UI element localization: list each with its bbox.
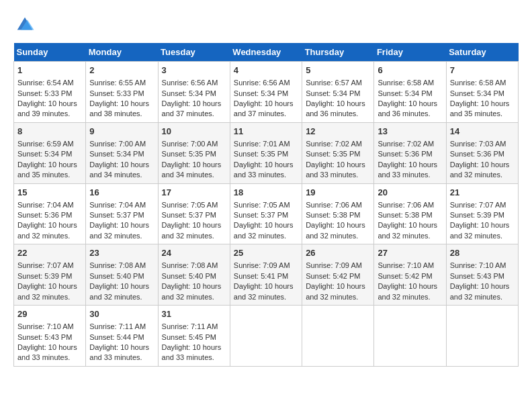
calendar-cell: 15Sunrise: 7:04 AMSunset: 5:36 PMDayligh… — [14, 183, 86, 244]
sunrise: Sunrise: 7:06 AM — [306, 201, 362, 209]
day-number: 13 — [378, 126, 442, 138]
day-number: 26 — [306, 247, 370, 259]
sunrise: Sunrise: 7:00 AM — [89, 140, 146, 148]
sunrise: Sunrise: 6:58 AM — [450, 79, 506, 87]
sunset: Sunset: 5:35 PM — [162, 150, 216, 158]
sunset: Sunset: 5:34 PM — [378, 89, 432, 97]
day-number: 28 — [450, 247, 515, 259]
sunrise: Sunrise: 7:10 AM — [450, 261, 506, 269]
daylight: Daylight: 10 hours and 32 minutes. — [17, 282, 77, 300]
sunset: Sunset: 5:34 PM — [17, 150, 72, 158]
sunset: Sunset: 5:39 PM — [17, 272, 72, 280]
calendar-week-row: 22Sunrise: 7:07 AMSunset: 5:39 PMDayligh… — [14, 244, 519, 306]
daylight: Daylight: 10 hours and 33 minutes. — [89, 343, 149, 361]
sunset: Sunset: 5:40 PM — [89, 272, 144, 280]
daylight: Daylight: 10 hours and 32 minutes. — [89, 221, 149, 239]
day-number: 18 — [234, 187, 298, 199]
daylight: Daylight: 10 hours and 37 minutes. — [162, 99, 222, 118]
sunset: Sunset: 5:43 PM — [450, 272, 504, 280]
day-header-monday: Monday — [86, 43, 158, 62]
sunset: Sunset: 5:37 PM — [234, 211, 288, 219]
sunrise: Sunrise: 6:57 AM — [306, 79, 362, 87]
daylight: Daylight: 10 hours and 37 minutes. — [234, 99, 294, 118]
sunrise: Sunrise: 6:54 AM — [17, 79, 74, 87]
sunset: Sunset: 5:34 PM — [306, 89, 360, 97]
day-header-tuesday: Tuesday — [158, 43, 230, 62]
calendar-cell: 28Sunrise: 7:10 AMSunset: 5:43 PMDayligh… — [446, 244, 518, 306]
day-header-saturday: Saturday — [446, 43, 518, 62]
daylight: Daylight: 10 hours and 32 minutes. — [234, 282, 294, 300]
calendar-cell: 17Sunrise: 7:05 AMSunset: 5:37 PMDayligh… — [158, 183, 230, 244]
sunrise: Sunrise: 7:02 AM — [378, 140, 434, 148]
sunrise: Sunrise: 7:03 AM — [450, 140, 506, 148]
logo-icon — [15, 13, 35, 34]
day-header-sunday: Sunday — [14, 43, 86, 62]
calendar-cell: 2Sunrise: 6:55 AMSunset: 5:33 PMDaylight… — [86, 62, 158, 123]
daylight: Daylight: 10 hours and 32 minutes. — [89, 282, 149, 300]
daylight: Daylight: 10 hours and 34 minutes. — [89, 161, 149, 179]
sunset: Sunset: 5:33 PM — [17, 89, 72, 97]
logo — [13, 13, 35, 36]
daylight: Daylight: 10 hours and 32 minutes. — [306, 221, 365, 239]
daylight: Daylight: 10 hours and 33 minutes. — [234, 161, 294, 179]
sunset: Sunset: 5:34 PM — [450, 89, 504, 97]
calendar-cell: 1Sunrise: 6:54 AMSunset: 5:33 PMDaylight… — [14, 62, 86, 123]
sunset: Sunset: 5:45 PM — [162, 333, 216, 341]
calendar-cell: 27Sunrise: 7:10 AMSunset: 5:42 PMDayligh… — [374, 244, 446, 306]
daylight: Daylight: 10 hours and 32 minutes. — [162, 282, 222, 300]
calendar-cell: 19Sunrise: 7:06 AMSunset: 5:38 PMDayligh… — [302, 183, 374, 244]
day-number: 10 — [162, 126, 226, 138]
sunrise: Sunrise: 7:04 AM — [17, 201, 74, 209]
sunrise: Sunrise: 6:55 AM — [89, 79, 146, 87]
day-number: 1 — [17, 64, 82, 77]
calendar-cell: 21Sunrise: 7:07 AMSunset: 5:39 PMDayligh… — [446, 183, 518, 244]
sunrise: Sunrise: 7:05 AM — [162, 201, 218, 209]
day-number: 7 — [450, 64, 515, 77]
daylight: Daylight: 10 hours and 38 minutes. — [89, 99, 149, 118]
sunset: Sunset: 5:42 PM — [306, 272, 360, 280]
sunset: Sunset: 5:34 PM — [234, 89, 288, 97]
calendar-cell: 26Sunrise: 7:09 AMSunset: 5:42 PMDayligh… — [302, 244, 374, 306]
sunrise: Sunrise: 7:06 AM — [378, 201, 434, 209]
sunrise: Sunrise: 7:00 AM — [162, 140, 218, 148]
calendar-cell: 29Sunrise: 7:10 AMSunset: 5:43 PMDayligh… — [14, 306, 86, 367]
sunset: Sunset: 5:44 PM — [89, 333, 144, 341]
sunrise: Sunrise: 7:04 AM — [89, 201, 146, 209]
sunrise: Sunrise: 7:09 AM — [234, 261, 290, 269]
page-header — [13, 13, 519, 36]
calendar-cell: 3Sunrise: 6:56 AMSunset: 5:34 PMDaylight… — [158, 62, 230, 123]
daylight: Daylight: 10 hours and 35 minutes. — [17, 161, 77, 179]
calendar-cell — [374, 306, 446, 367]
calendar-body: 1Sunrise: 6:54 AMSunset: 5:33 PMDaylight… — [14, 62, 519, 367]
sunrise: Sunrise: 7:10 AM — [378, 261, 434, 269]
calendar-cell: 9Sunrise: 7:00 AMSunset: 5:34 PMDaylight… — [86, 122, 158, 183]
day-number: 3 — [162, 64, 226, 77]
calendar-cell — [302, 306, 374, 367]
calendar-cell: 22Sunrise: 7:07 AMSunset: 5:39 PMDayligh… — [14, 244, 86, 306]
sunset: Sunset: 5:41 PM — [234, 272, 288, 280]
calendar-week-row: 15Sunrise: 7:04 AMSunset: 5:36 PMDayligh… — [14, 183, 519, 244]
sunset: Sunset: 5:34 PM — [89, 150, 144, 158]
day-number: 6 — [378, 64, 442, 77]
day-number: 25 — [234, 247, 298, 259]
day-header-wednesday: Wednesday — [230, 43, 302, 62]
sunset: Sunset: 5:36 PM — [450, 150, 504, 158]
daylight: Daylight: 10 hours and 35 minutes. — [450, 99, 510, 118]
day-number: 22 — [17, 247, 82, 259]
sunset: Sunset: 5:37 PM — [162, 211, 216, 219]
daylight: Daylight: 10 hours and 32 minutes. — [450, 282, 510, 300]
day-header-thursday: Thursday — [302, 43, 374, 62]
day-number: 30 — [89, 308, 154, 320]
daylight: Daylight: 10 hours and 36 minutes. — [378, 99, 437, 118]
daylight: Daylight: 10 hours and 32 minutes. — [450, 221, 510, 239]
daylight: Daylight: 10 hours and 32 minutes. — [162, 221, 222, 239]
calendar-week-row: 8Sunrise: 6:59 AMSunset: 5:34 PMDaylight… — [14, 122, 519, 183]
daylight: Daylight: 10 hours and 32 minutes. — [306, 282, 365, 300]
daylight: Daylight: 10 hours and 36 minutes. — [306, 99, 365, 118]
daylight: Daylight: 10 hours and 33 minutes. — [17, 343, 77, 361]
calendar-week-row: 1Sunrise: 6:54 AMSunset: 5:33 PMDaylight… — [14, 62, 519, 123]
daylight: Daylight: 10 hours and 32 minutes. — [17, 221, 77, 239]
day-number: 5 — [306, 64, 370, 77]
calendar-cell: 13Sunrise: 7:02 AMSunset: 5:36 PMDayligh… — [374, 122, 446, 183]
day-number: 31 — [162, 308, 226, 320]
